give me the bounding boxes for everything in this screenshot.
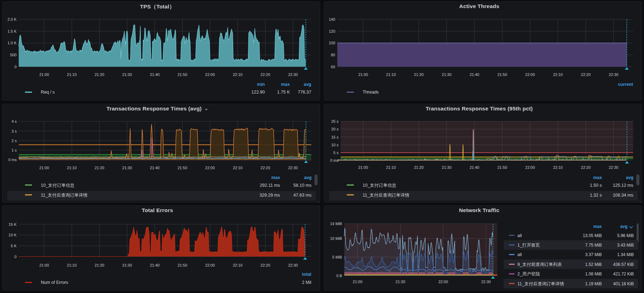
svg-text:1.75 K: 1.75 K [277, 90, 290, 95]
svg-text:21:50: 21:50 [178, 263, 187, 267]
svg-text:4 s: 4 s [12, 119, 17, 123]
svg-text:Threads: Threads [363, 90, 379, 95]
svg-text:0: 0 [14, 65, 17, 69]
svg-text:500: 500 [10, 53, 17, 57]
svg-text:all: all [517, 233, 522, 238]
svg-text:21:30: 21:30 [122, 166, 132, 170]
svg-text:329.29 ms: 329.29 ms [260, 193, 280, 198]
svg-text:9_支付前查询订单列表: 9_支付前查询订单列表 [517, 262, 562, 267]
svg-text:22:20: 22:20 [261, 166, 270, 170]
svg-text:21:20: 21:20 [95, 263, 104, 267]
svg-text:21:30: 21:30 [396, 280, 406, 284]
svg-text:all: all [517, 252, 522, 257]
svg-text:11_支付后查询订单详情: 11_支付后查询订单详情 [41, 193, 88, 198]
svg-text:11_支付后查询订单详情: 11_支付后查询订单详情 [517, 281, 564, 286]
svg-text:3 s: 3 s [12, 129, 17, 133]
svg-text:22:10: 22:10 [233, 72, 243, 77]
svg-text:21:00: 21:00 [39, 263, 49, 267]
svg-text:21:40: 21:40 [150, 72, 160, 77]
svg-text:1.19 MiB: 1.19 MiB [585, 281, 602, 286]
svg-text:total: total [302, 272, 311, 277]
svg-text:2 s: 2 s [12, 139, 17, 143]
svg-text:22:10: 22:10 [553, 165, 563, 170]
svg-text:10_支付订单信息: 10_支付订单信息 [363, 183, 396, 188]
svg-text:0: 0 [14, 255, 17, 259]
svg-text:21:40: 21:40 [470, 72, 479, 77]
svg-text:21:30: 21:30 [442, 165, 452, 170]
svg-text:min: min [257, 82, 265, 87]
svg-text:2 Mil: 2 Mil [302, 280, 311, 285]
svg-text:10 MiB: 10 MiB [330, 236, 342, 241]
svg-text:11_支付后查询订单详情: 11_支付后查询订单详情 [363, 193, 409, 198]
svg-text:21:30: 21:30 [442, 72, 452, 77]
svg-text:22:00: 22:00 [525, 165, 535, 170]
svg-text:21:00: 21:00 [39, 166, 49, 170]
svg-text:2_用户登陆: 2_用户登陆 [517, 272, 540, 276]
svg-text:22:10: 22:10 [233, 166, 243, 170]
svg-text:22:30: 22:30 [288, 263, 298, 267]
svg-text:1.08 MiB: 1.08 MiB [585, 272, 602, 276]
svg-text:1 s: 1 s [12, 148, 17, 152]
svg-text:10_支付订单信息: 10_支付订单信息 [41, 183, 75, 188]
svg-text:21:30: 21:30 [122, 72, 132, 77]
svg-text:max: max [281, 82, 290, 87]
svg-text:max: max [271, 175, 280, 180]
svg-text:776.37: 776.37 [298, 90, 311, 95]
svg-text:21:00: 21:00 [39, 72, 49, 77]
svg-text:22:20: 22:20 [261, 72, 270, 77]
svg-text:21:50: 21:50 [178, 166, 187, 170]
svg-text:5 s: 5 s [333, 151, 339, 155]
svg-text:22:30: 22:30 [609, 72, 619, 77]
svg-text:436.57 KiB: 436.57 KiB [613, 262, 634, 267]
svg-text:21:10: 21:10 [67, 72, 77, 77]
svg-text:max: max [593, 175, 602, 180]
svg-text:5.96 MiB: 5.96 MiB [617, 233, 634, 238]
svg-text:avg: avg [304, 82, 311, 87]
svg-text:108.34 ms: 108.34 ms [613, 193, 633, 198]
svg-text:2.0 K: 2.0 K [7, 17, 17, 21]
svg-text:max: max [593, 224, 602, 229]
svg-text:1.50 s: 1.50 s [590, 183, 602, 188]
svg-text:21:40: 21:40 [150, 166, 160, 170]
svg-text:10 K: 10 K [8, 233, 17, 237]
svg-text:401.18 KiB: 401.18 KiB [613, 281, 634, 286]
svg-text:21:10: 21:10 [67, 166, 77, 170]
svg-text:60: 60 [331, 65, 335, 69]
svg-text:22:10: 22:10 [233, 263, 243, 267]
svg-text:21:50: 21:50 [497, 165, 507, 170]
svg-text:5 MiB: 5 MiB [332, 255, 342, 259]
svg-text:5 K: 5 K [11, 244, 17, 248]
svg-text:avg: avg [626, 175, 633, 180]
svg-text:1.32 s: 1.32 s [590, 193, 602, 198]
svg-text:0 B: 0 B [336, 274, 342, 278]
svg-text:122.90: 122.90 [251, 90, 265, 95]
svg-text:21:20: 21:20 [414, 165, 424, 170]
svg-text:13.05 MiB: 13.05 MiB [583, 233, 602, 238]
svg-text:15 K: 15 K [8, 222, 17, 227]
svg-text:80: 80 [331, 53, 335, 57]
svg-text:14 MiB: 14 MiB [330, 222, 342, 226]
svg-text:Req / s: Req / s [41, 90, 55, 95]
svg-text:140: 140 [329, 17, 335, 21]
svg-text:0 ms: 0 ms [330, 158, 339, 163]
svg-text:100: 100 [329, 41, 335, 45]
svg-text:7.75 MiB: 7.75 MiB [585, 243, 602, 248]
svg-text:22:20: 22:20 [581, 72, 591, 77]
svg-text:22:00: 22:00 [438, 280, 448, 284]
svg-text:21:20: 21:20 [95, 72, 104, 77]
svg-text:avg: avg [304, 175, 312, 180]
svg-text:1.0 K: 1.0 K [7, 41, 17, 45]
svg-text:3.37 MiB: 3.37 MiB [585, 252, 602, 257]
svg-text:125.12 ms: 125.12 ms [613, 183, 633, 188]
svg-text:292.11 ms: 292.11 ms [260, 183, 280, 188]
svg-text:current: current [618, 82, 633, 87]
svg-text:21:40: 21:40 [150, 263, 160, 267]
svg-text:22:20: 22:20 [581, 165, 591, 170]
svg-text:21:20: 21:20 [95, 166, 104, 170]
svg-text:22:00: 22:00 [205, 263, 215, 267]
svg-text:21:40: 21:40 [470, 165, 479, 170]
svg-text:58.10 ms: 58.10 ms [293, 183, 311, 188]
svg-text:120: 120 [329, 29, 335, 33]
svg-text:0 ms: 0 ms [8, 158, 17, 162]
svg-text:22:00: 22:00 [205, 166, 215, 170]
